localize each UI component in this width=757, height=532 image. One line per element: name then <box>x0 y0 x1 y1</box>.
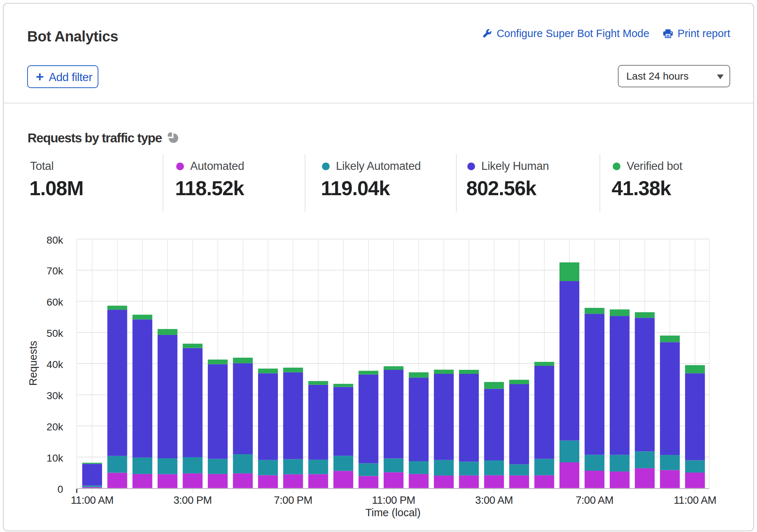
bar-segment <box>509 464 529 475</box>
stats-row: Total 1.08M Automated 118.52k Likely Aut… <box>0 154 757 213</box>
bar-segment <box>660 342 680 455</box>
bar-segment <box>157 329 177 335</box>
bar-segment <box>208 459 228 474</box>
bar-segment <box>559 462 579 488</box>
x-tick-label: 11:00 PM <box>372 494 415 506</box>
y-tick-label: 80k <box>47 234 64 246</box>
bar-segment <box>157 458 177 474</box>
bar-segment <box>157 335 177 458</box>
bar-segment <box>509 384 529 464</box>
bar-segment <box>635 318 655 451</box>
bar-segment <box>584 471 604 488</box>
bar-segment <box>308 474 328 488</box>
bar-segment <box>133 315 152 320</box>
bar-segment <box>333 387 353 456</box>
bar-segment <box>384 458 403 472</box>
x-tick-label: 3:00 PM <box>173 494 212 506</box>
header-divider <box>4 103 753 103</box>
bar-segment <box>535 475 554 488</box>
bar-segment <box>459 374 479 462</box>
bar-segment <box>333 384 353 387</box>
bar-segment <box>610 316 630 455</box>
stat-total-label: Total <box>30 160 54 173</box>
bar-segment <box>233 358 253 363</box>
bar-segment <box>258 460 278 475</box>
stat-verified-bot-value: 41.38k <box>612 178 671 198</box>
y-tick-label: 50k <box>47 328 64 339</box>
bar-segment <box>107 456 127 473</box>
bar-segment <box>660 470 680 488</box>
bar-segment <box>183 457 203 473</box>
bar-segment <box>133 319 152 457</box>
bar-segment <box>107 310 127 456</box>
bar-segment <box>434 374 454 460</box>
stat-total-value: 1.08M <box>29 178 83 198</box>
bar-segment <box>584 455 604 471</box>
bar-segment <box>333 471 353 488</box>
bar-segment <box>82 463 102 464</box>
bar-segment <box>509 380 529 384</box>
bar-segment <box>484 389 504 460</box>
bar-segment <box>610 309 630 316</box>
bar-segment <box>434 460 454 475</box>
bar-segment <box>535 362 554 366</box>
bar-segment <box>308 460 328 474</box>
bar-segment <box>233 363 253 454</box>
stat-separator <box>456 154 457 212</box>
chevron-down-icon <box>717 74 724 79</box>
bar-segment <box>359 375 378 463</box>
x-tick-label: 7:00 AM <box>576 494 613 506</box>
stat-likely-human-label: Likely Human <box>481 160 549 173</box>
bar-segment <box>409 461 428 474</box>
bar-segment <box>459 475 479 488</box>
header-actions: Configure Super Bot Fight Mode Print rep… <box>482 23 730 44</box>
bar-segment <box>82 464 102 485</box>
bar-segment <box>635 468 655 488</box>
print-report-link[interactable]: Print report <box>663 28 730 40</box>
section-heading: Requests by traffic type <box>28 131 162 144</box>
stat-automated-label: Automated <box>190 160 244 173</box>
stat-likely-automated-label: Likely Automated <box>336 160 421 173</box>
bar-segment <box>133 474 152 488</box>
stat-separator <box>305 154 305 212</box>
bar-segment <box>459 462 479 475</box>
bar-segment <box>409 372 428 378</box>
bar-segment <box>359 463 378 476</box>
add-filter-label: Add filter <box>49 71 92 84</box>
x-axis-title: Time (local) <box>365 507 420 518</box>
likely-automated-legend-dot <box>322 163 330 170</box>
y-tick-label: 0 <box>57 484 63 495</box>
bar-segment <box>459 370 479 374</box>
x-tick-label: 7:00 PM <box>274 494 312 506</box>
y-tick-label: 30k <box>47 390 64 401</box>
time-range-select[interactable]: Last 24 hours <box>618 65 730 87</box>
bar-segment <box>559 441 579 462</box>
requests-by-traffic-type-chart: 010k20k30k40k50k60k70k80k11:00 AM3:00 PM… <box>0 220 757 532</box>
x-tick-label: 3:00 AM <box>475 494 513 506</box>
bar-segment <box>484 475 504 488</box>
bar-segment <box>157 474 177 488</box>
bar-segment <box>183 344 203 348</box>
stat-separator <box>163 154 163 212</box>
bar-segment <box>535 459 554 475</box>
y-axis-title: Requests <box>27 341 39 386</box>
add-filter-button[interactable]: Add filter <box>27 65 98 88</box>
verified-bot-legend-dot <box>613 163 620 170</box>
print-link-label: Print report <box>678 28 730 40</box>
x-tick-label: 11:00 AM <box>71 494 113 506</box>
bar-segment <box>333 456 353 471</box>
bar-segment <box>283 474 303 488</box>
configure-super-bot-fight-mode-link[interactable]: Configure Super Bot Fight Mode <box>482 28 649 40</box>
printer-icon <box>663 29 673 39</box>
bar-segment <box>509 475 529 488</box>
x-tick-label: 11:00 AM <box>674 494 716 506</box>
stat-verified-bot-label: Verified bot <box>627 160 682 173</box>
bar-segment <box>308 385 328 460</box>
bar-segment <box>660 455 680 470</box>
bar-segment <box>258 475 278 488</box>
bar-segment <box>384 472 403 488</box>
bar-segment <box>384 366 403 370</box>
bar-segment <box>685 473 705 488</box>
bar-segment <box>308 381 328 385</box>
bar-segment <box>685 365 705 373</box>
